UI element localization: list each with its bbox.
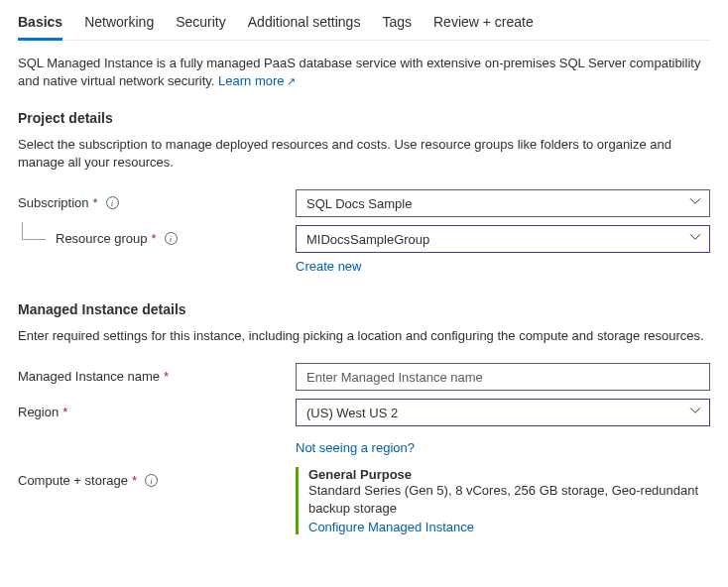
chevron-down-icon [689,231,701,246]
tab-basics[interactable]: Basics [18,8,62,41]
instance-name-row: Managed Instance name* [18,363,710,391]
info-icon[interactable]: i [165,232,178,245]
configure-instance-link[interactable]: Configure Managed Instance [308,520,474,534]
intro-body: SQL Managed Instance is a fully managed … [18,56,700,88]
tab-additional-settings[interactable]: Additional settings [248,8,361,41]
chevron-down-icon [689,195,701,210]
compute-summary: General Purpose Standard Series (Gen 5),… [296,467,710,534]
intro-text: SQL Managed Instance is a fully managed … [18,55,710,90]
resource-group-select[interactable]: MIDocsSampleGroup [296,225,710,253]
required-icon: * [93,195,98,210]
external-link-icon: ↗ [287,75,296,87]
project-details-title: Project details [18,110,710,126]
compute-storage-label: Compute + storage* i [18,467,296,488]
tab-bar: Basics Networking Security Additional se… [18,0,710,41]
learn-more-link[interactable]: Learn more↗ [218,73,295,88]
subscription-label: Subscription* i [18,189,296,210]
instance-name-label: Managed Instance name* [18,363,296,384]
managed-instance-section: Managed Instance details Enter required … [18,301,710,534]
project-details-desc: Select the subscription to manage deploy… [18,136,710,172]
tab-networking[interactable]: Networking [84,8,154,41]
compute-tier-desc: Standard Series (Gen 5), 8 vCores, 256 G… [308,482,710,518]
required-icon: * [62,405,67,419]
info-icon[interactable]: i [145,474,158,487]
subscription-row: Subscription* i SQL Docs Sample [18,189,710,217]
region-row: Region* (US) West US 2 Not seeing a regi… [18,399,710,455]
managed-instance-title: Managed Instance details [18,301,710,317]
info-icon[interactable]: i [106,196,119,209]
compute-tier-title: General Purpose [308,467,710,482]
compute-storage-row: Compute + storage* i General Purpose Sta… [18,467,710,534]
required-icon: * [164,369,169,384]
instance-name-input[interactable] [296,363,710,391]
chevron-down-icon [689,405,701,419]
resource-group-value: MIDocsSampleGroup [306,232,429,247]
subscription-select[interactable]: SQL Docs Sample [296,189,710,217]
not-seeing-region-link[interactable]: Not seeing a region? [296,440,415,455]
resource-group-label: Resource group* i [18,225,296,246]
resource-group-row: Resource group* i MIDocsSampleGroup Crea… [18,225,710,274]
required-icon: * [132,473,137,488]
region-value: (US) West US 2 [306,406,398,420]
region-label: Region* [18,399,296,419]
indent-line-icon [22,222,46,240]
subscription-value: SQL Docs Sample [306,196,412,211]
tab-tags[interactable]: Tags [382,8,412,41]
required-icon: * [152,231,157,246]
managed-instance-desc: Enter required settings for this instanc… [18,327,710,345]
project-details-section: Project details Select the subscription … [18,110,710,274]
tab-review-create[interactable]: Review + create [433,8,534,41]
create-new-link[interactable]: Create new [296,259,361,274]
tab-security[interactable]: Security [176,8,226,41]
region-select[interactable]: (US) West US 2 [296,399,710,426]
